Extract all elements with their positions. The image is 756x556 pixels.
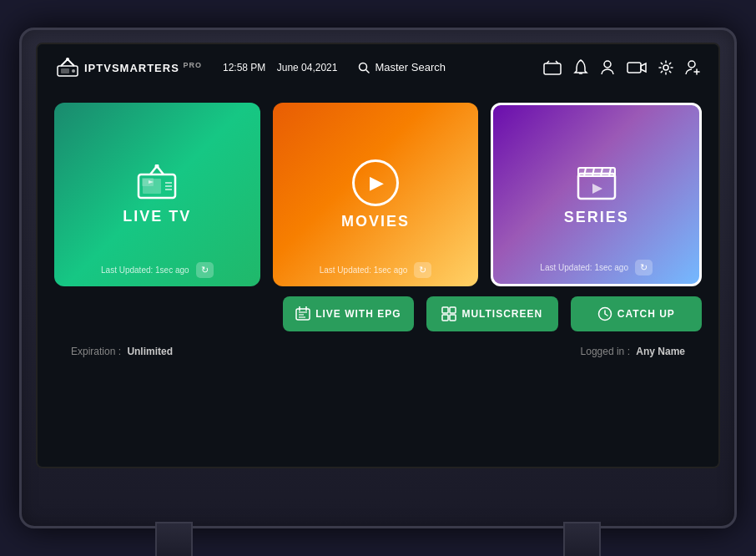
movies-title: MOVIES: [341, 213, 410, 230]
catchup-icon: [597, 306, 612, 321]
series-title: SERIES: [564, 209, 629, 226]
tv-stand-left: [155, 522, 193, 556]
main-content: LIVE TV Last Updated: 1sec ago ↻ ▶ MOVIE…: [38, 90, 718, 467]
logo-pro: PRO: [183, 60, 202, 68]
series-bottom: Last Updated: 1sec ago ↻: [493, 260, 699, 275]
movies-card[interactable]: ▶ MOVIES Last Updated: 1sec ago ↻: [273, 103, 479, 286]
search-icon: [358, 62, 370, 73]
catchup-button[interactable]: CATCH UP: [571, 296, 702, 331]
live-tv-card[interactable]: LIVE TV Last Updated: 1sec ago ↻: [54, 103, 260, 286]
header-icons: [543, 59, 702, 76]
expiration-value: Unlimited: [127, 346, 173, 357]
clock: 12:58 PM: [223, 62, 265, 73]
svg-rect-42: [450, 315, 456, 321]
svg-point-14: [663, 65, 668, 70]
multiscreen-label: MULTISCREEN: [461, 308, 542, 320]
svg-point-5: [72, 69, 75, 73]
svg-rect-40: [450, 307, 456, 313]
logo-smarters: SMARTERS: [112, 62, 179, 74]
movies-bottom: Last Updated: 1sec ago ↻: [273, 262, 479, 278]
live-tv-refresh[interactable]: ↻: [196, 262, 214, 278]
logged-in-info: Logged in : Any Name: [581, 346, 685, 357]
svg-rect-13: [627, 63, 641, 73]
svg-line-7: [366, 69, 370, 73]
live-tv-title: LIVE TV: [123, 208, 191, 225]
live-epg-label: LIVE WITH EPG: [315, 308, 401, 320]
catchup-label: CATCH UP: [617, 308, 675, 320]
live-epg-button[interactable]: LIVE WITH EPG: [283, 296, 414, 331]
tv-screen: IPTVSMARTERS PRO 12:58 PM June 04,2021 M…: [36, 43, 720, 468]
svg-point-15: [688, 61, 695, 68]
screen-content: IPTVSMARTERS PRO 12:58 PM June 04,2021 M…: [38, 44, 718, 467]
logo-text: IPTVSMARTERS PRO: [84, 60, 202, 75]
bell-icon[interactable]: [573, 59, 588, 76]
logged-in-label: Logged in :: [581, 346, 630, 357]
header-bar: IPTVSMARTERS PRO 12:58 PM June 04,2021 M…: [38, 44, 718, 90]
svg-point-12: [604, 61, 611, 68]
expiration-label: Expiration :: [71, 346, 121, 357]
movies-updated: Last Updated: 1sec ago: [320, 265, 408, 275]
multiscreen-button[interactable]: MULTISCREEN: [426, 296, 557, 331]
multiscreen-icon: [441, 306, 456, 321]
rec-icon[interactable]: [627, 61, 647, 74]
expiration-info: Expiration : Unlimited: [71, 346, 173, 357]
live-tv-updated: Last Updated: 1sec ago: [101, 265, 189, 275]
logged-in-value: Any Name: [636, 346, 685, 357]
svg-rect-39: [442, 307, 448, 313]
series-updated: Last Updated: 1sec ago: [540, 263, 628, 272]
search-label: Master Search: [375, 61, 446, 73]
movies-refresh[interactable]: ↻: [414, 262, 431, 278]
tv-stand-right: [563, 522, 601, 556]
svg-rect-4: [61, 68, 69, 73]
gear-icon[interactable]: [658, 60, 673, 75]
series-refresh[interactable]: ↻: [635, 260, 653, 275]
series-card[interactable]: SERIES Last Updated: 1sec ago ↻: [491, 103, 702, 286]
search-area[interactable]: Master Search: [358, 61, 446, 73]
profile-add-icon[interactable]: [685, 59, 702, 76]
action-buttons-row: LIVE WITH EPG MULTISCREEN: [283, 296, 702, 331]
tv-frame: IPTVSMARTERS PRO 12:58 PM June 04,2021 M…: [19, 28, 737, 528]
time-display: 12:58 PM June 04,2021: [223, 62, 337, 73]
live-tv-bottom: Last Updated: 1sec ago ↻: [54, 262, 260, 278]
svg-rect-41: [442, 315, 448, 321]
logo-area: IPTVSMARTERS PRO: [54, 58, 202, 78]
logo-icon: [54, 58, 81, 78]
channel-icon[interactable]: [543, 60, 562, 75]
logo-iptv: IPTV: [84, 62, 112, 74]
epg-icon: [295, 306, 310, 321]
live-tv-icon: [135, 164, 179, 201]
user-icon[interactable]: [600, 59, 615, 76]
svg-rect-8: [544, 63, 561, 74]
series-icon: [576, 164, 617, 202]
svg-point-2: [66, 58, 69, 61]
cards-row: LIVE TV Last Updated: 1sec ago ↻ ▶ MOVIE…: [54, 103, 702, 286]
footer: Expiration : Unlimited Logged in : Any N…: [54, 341, 702, 366]
date-display: June 04,2021: [277, 62, 338, 73]
movies-play-icon: ▶: [352, 159, 399, 206]
